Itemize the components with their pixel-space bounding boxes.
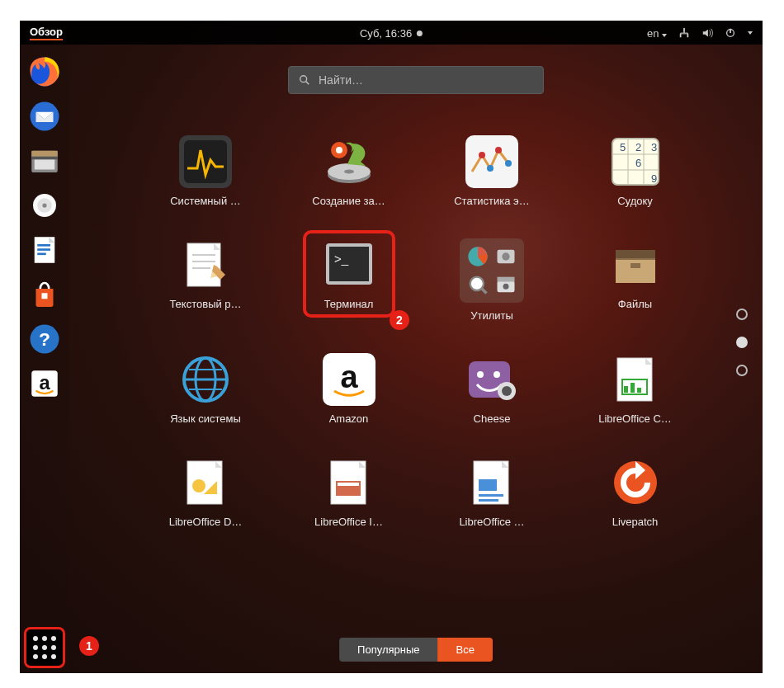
app-archive-manager[interactable]: Файлы <box>594 238 677 322</box>
svg-point-31 <box>336 147 342 153</box>
app-folder-utilities[interactable]: Утилиты <box>451 238 533 322</box>
svg-rect-16 <box>37 248 50 251</box>
app-label: Livepatch <box>612 516 659 528</box>
svg-text:>_: >_ <box>334 252 349 266</box>
dock: ? a <box>20 45 69 673</box>
overview-content: Найти… Системный … Создание за… Статисти… <box>69 45 763 673</box>
app-label: Судоку <box>617 195 653 207</box>
svg-rect-87 <box>338 483 359 486</box>
svg-point-84 <box>192 479 205 492</box>
app-label: Файлы <box>618 298 652 310</box>
app-amazon[interactable]: a Amazon <box>308 353 390 425</box>
dock-software[interactable] <box>25 275 64 314</box>
input-language-indicator[interactable]: en <box>647 27 667 40</box>
dock-firefox[interactable] <box>25 52 64 92</box>
app-libreoffice-draw[interactable]: LibreOffice D… <box>164 456 247 528</box>
power-icon <box>725 27 736 39</box>
status-area[interactable]: en <box>647 27 753 40</box>
show-applications-button[interactable] <box>24 627 65 668</box>
svg-line-58 <box>482 289 487 294</box>
volume-icon <box>701 27 713 39</box>
search-icon <box>299 74 310 86</box>
dock-help[interactable]: ? <box>25 319 64 359</box>
svg-rect-90 <box>479 494 503 497</box>
search-field[interactable]: Найти… <box>288 66 544 94</box>
dock-thunderbird[interactable] <box>25 97 64 136</box>
svg-point-13 <box>42 203 46 207</box>
search-placeholder: Найти… <box>319 73 363 87</box>
clock[interactable]: Суб, 16:36 <box>360 27 423 40</box>
svg-rect-4 <box>730 29 731 33</box>
app-language-support[interactable]: Язык системы <box>164 353 247 425</box>
svg-point-77 <box>502 386 512 396</box>
application-grid: Системный … Создание за… Статистика э… 5… <box>164 135 692 528</box>
app-label: Утилиты <box>470 309 513 322</box>
svg-text:6: 6 <box>635 157 641 169</box>
svg-rect-81 <box>631 383 635 393</box>
dock-libreoffice-writer[interactable] <box>25 230 64 270</box>
app-startup-disk-creator[interactable]: Создание за… <box>308 135 390 207</box>
svg-rect-2 <box>687 34 689 37</box>
app-label: Язык системы <box>170 412 241 425</box>
svg-rect-15 <box>37 244 50 247</box>
app-cheese[interactable]: Cheese <box>451 353 533 425</box>
notification-dot-icon <box>417 31 423 36</box>
svg-point-29 <box>344 170 354 174</box>
app-terminal[interactable]: >_ Терминал <box>308 238 390 322</box>
svg-point-75 <box>494 371 500 378</box>
datetime-label: Суб, 16:36 <box>360 27 412 40</box>
ubuntu-activities-overview: Обзор Суб, 16:36 en ? a 1 Найти… <box>20 21 763 673</box>
annotation-badge-2: 2 <box>390 310 409 330</box>
app-sudoku[interactable]: 52369 Судоку <box>594 135 677 207</box>
app-filter-tabs: Популярные Все <box>339 638 493 662</box>
svg-point-33 <box>479 152 485 158</box>
tab-all[interactable]: Все <box>438 638 493 662</box>
svg-text:5: 5 <box>620 141 626 153</box>
svg-rect-80 <box>624 386 628 393</box>
app-power-statistics[interactable]: Статистика э… <box>451 135 533 207</box>
svg-rect-91 <box>479 499 498 502</box>
logs-icon <box>466 273 489 296</box>
svg-point-34 <box>487 165 494 172</box>
app-libreoffice-writer[interactable]: LibreOffice … <box>451 456 533 528</box>
svg-rect-10 <box>31 157 58 160</box>
disk-usage-icon <box>466 245 489 268</box>
svg-text:a: a <box>39 372 50 393</box>
top-bar: Обзор Суб, 16:36 en <box>20 21 763 45</box>
svg-rect-60 <box>498 277 515 282</box>
app-label: Cheese <box>474 412 511 425</box>
svg-point-36 <box>505 160 512 167</box>
app-text-editor[interactable]: Текстовый р… <box>164 238 247 322</box>
app-label: LibreOffice D… <box>169 516 243 528</box>
app-system-monitor[interactable]: Системный … <box>164 135 247 207</box>
dock-amazon[interactable]: a <box>25 364 64 403</box>
svg-rect-18 <box>42 293 48 299</box>
dock-rhythmbox[interactable] <box>25 186 64 225</box>
svg-rect-9 <box>35 159 55 169</box>
app-label: Терминал <box>324 298 374 310</box>
workspace-pager <box>736 309 748 376</box>
svg-rect-17 <box>37 253 46 256</box>
app-label: Amazon <box>329 412 369 425</box>
app-label: LibreOffice … <box>459 516 524 528</box>
svg-rect-65 <box>631 263 640 268</box>
svg-rect-1 <box>680 34 682 37</box>
app-label: LibreOffice C… <box>598 412 672 425</box>
pager-dot[interactable] <box>736 337 748 348</box>
svg-point-56 <box>502 252 509 260</box>
app-libreoffice-calc[interactable]: LibreOffice C… <box>594 353 677 425</box>
disks-icon <box>494 245 517 268</box>
pager-dot[interactable] <box>736 365 748 376</box>
tab-frequent[interactable]: Популярные <box>339 638 437 662</box>
dock-files[interactable] <box>25 141 64 181</box>
app-label: Статистика э… <box>454 195 530 207</box>
svg-text:a: a <box>340 360 358 394</box>
svg-text:2: 2 <box>635 141 641 153</box>
network-icon <box>678 27 690 39</box>
svg-rect-89 <box>479 479 497 491</box>
app-libreoffice-impress[interactable]: LibreOffice I… <box>308 456 390 528</box>
pager-dot[interactable] <box>736 309 748 320</box>
svg-text:?: ? <box>39 328 50 350</box>
activities-button[interactable]: Обзор <box>30 26 63 40</box>
app-livepatch[interactable]: Livepatch <box>594 456 677 528</box>
